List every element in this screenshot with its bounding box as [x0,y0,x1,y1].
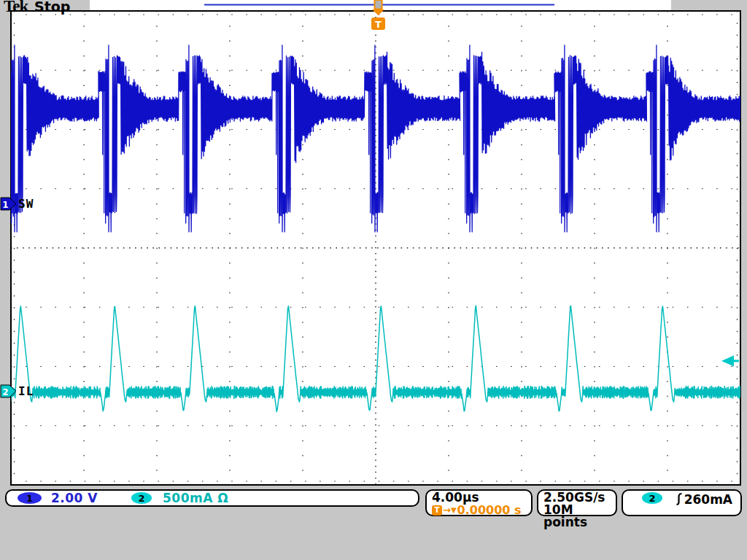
trigger-flag-icon: T [371,18,385,30]
trigger-time: 0.00000 s [457,505,522,516]
t-badge-icon: T [432,505,442,516]
svg-text:1: 1 [2,200,8,210]
timebase-scale: 4.00µs [432,491,531,504]
ch1-label: SW [18,197,34,211]
timebase-box: 4.00µs T→▼0.00000 s [425,489,533,516]
channel-readout-bar: 1 2.00 V 2 500mA Ω [5,489,419,507]
trigger-box: 2 260mA [622,489,742,516]
ch1-scale: 2.00 V [51,491,98,505]
rising-edge-icon [674,492,684,506]
record-length: 10M points [543,504,616,529]
ch2-scale: 500mA Ω [163,491,228,505]
oscilloscope-screen: { "header": { "logo": "Tek", "status": "… [0,0,747,560]
acquisition-status: Stop [34,0,70,15]
scope-display: T 1 SW 2 IL [0,0,747,560]
ch2-label: IL [18,384,34,398]
trigger-arrow-icon: → [443,505,451,516]
acquisition-box: 2.50GS/s 10M points [537,489,617,516]
tek-logo: Tek [4,0,28,16]
svg-text:2: 2 [2,387,8,397]
trigger-position-readout: T→▼0.00000 s [432,505,531,516]
ch1-badge: 1 [18,492,42,504]
trigger-level: 260mA [684,492,732,507]
trigger-marker-icon: ▼ [451,505,457,516]
ch2-badge: 2 [131,492,152,504]
svg-text:T: T [375,19,382,30]
trigger-source-badge: 2 [642,492,662,504]
